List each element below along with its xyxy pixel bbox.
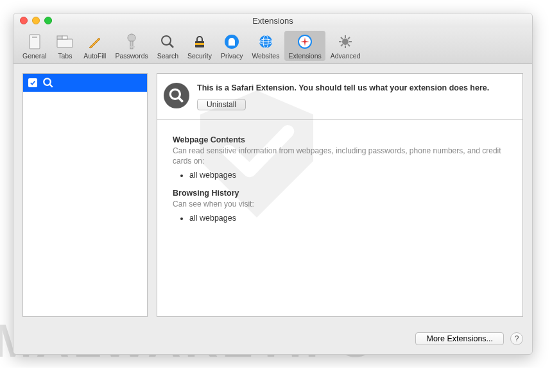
tab-websites[interactable]: Websites	[248, 31, 283, 61]
svg-line-26	[341, 37, 343, 39]
general-icon	[26, 33, 44, 51]
extension-large-icon	[164, 83, 189, 108]
tab-label: AutoFill	[83, 52, 106, 60]
tab-label: Security	[187, 52, 212, 60]
autofill-icon	[86, 33, 104, 51]
tab-label: Advanced	[331, 52, 361, 60]
websites-icon	[257, 33, 275, 51]
help-button[interactable]: ?	[510, 332, 523, 345]
detail-header: This is a Safari Extension. You should t…	[157, 74, 522, 120]
magnifier-icon	[42, 77, 54, 89]
tab-privacy[interactable]: Privacy	[217, 31, 246, 61]
extension-description: This is a Safari Extension. You should t…	[197, 83, 512, 94]
extension-enable-checkbox[interactable]	[28, 78, 37, 87]
svg-rect-4	[57, 36, 62, 39]
advanced-icon	[336, 33, 354, 51]
footer-bar: More Extensions... ?	[13, 326, 532, 354]
passwords-icon	[123, 33, 141, 51]
tab-label: Tabs	[58, 52, 72, 60]
tab-tabs[interactable]: Tabs	[51, 31, 78, 61]
permissions-section: Webpage Contents Can read sensitive info…	[157, 120, 522, 244]
privacy-icon	[223, 33, 241, 51]
svg-line-28	[341, 44, 343, 46]
window-title: Extensions	[13, 16, 532, 26]
svg-point-6	[128, 34, 135, 42]
titlebar: Extensions	[13, 13, 532, 28]
perm-webpage-contents-title: Webpage Contents	[173, 135, 510, 144]
preferences-window: Extensions General Tabs AutoFill Passwor…	[13, 13, 533, 355]
preferences-toolbar: General Tabs AutoFill Passwords Search	[13, 28, 532, 64]
tab-label: Passwords	[115, 52, 148, 60]
tab-general[interactable]: General	[19, 31, 50, 61]
perm-item: all webpages	[189, 214, 510, 223]
svg-point-9	[162, 36, 171, 45]
sidebar-extension-item[interactable]	[23, 74, 147, 92]
tab-label: Websites	[252, 52, 279, 60]
svg-line-33	[178, 98, 183, 102]
perm-webpage-contents-desc: Can read sensitive information from webp…	[173, 146, 510, 166]
content-area: This is a Safari Extension. You should t…	[13, 64, 532, 326]
extensions-icon	[296, 33, 314, 51]
tab-extensions[interactable]: Extensions	[284, 31, 325, 61]
svg-rect-5	[62, 36, 67, 39]
uninstall-button[interactable]: Uninstall	[197, 99, 246, 110]
svg-rect-2	[32, 37, 37, 38]
extensions-sidebar	[22, 73, 148, 317]
svg-rect-7	[130, 41, 133, 49]
svg-line-29	[348, 37, 350, 39]
tab-autofill[interactable]: AutoFill	[80, 31, 110, 61]
tab-label: General	[22, 52, 46, 60]
perm-browsing-history-title: Browsing History	[173, 189, 510, 198]
search-icon	[159, 33, 177, 51]
svg-line-27	[348, 44, 350, 46]
tab-label: Extensions	[288, 52, 321, 60]
tab-label: Privacy	[221, 52, 243, 60]
svg-rect-8	[130, 46, 135, 47]
svg-point-21	[342, 38, 349, 45]
svg-rect-12	[195, 43, 204, 45]
tab-search[interactable]: Search	[153, 31, 182, 61]
tab-security[interactable]: Security	[184, 31, 216, 61]
svg-line-31	[49, 84, 53, 87]
tab-label: Search	[157, 52, 178, 60]
tabs-icon	[56, 33, 74, 51]
extension-detail-panel: This is a Safari Extension. You should t…	[157, 73, 523, 317]
security-icon	[191, 33, 209, 51]
more-extensions-button[interactable]: More Extensions...	[415, 332, 504, 345]
svg-line-10	[169, 44, 173, 47]
svg-point-32	[170, 89, 180, 99]
svg-rect-3	[57, 39, 73, 47]
perm-browsing-history-desc: Can see when you visit:	[173, 199, 510, 209]
tab-advanced[interactable]: Advanced	[327, 31, 365, 61]
svg-point-30	[44, 78, 51, 85]
perm-item: all webpages	[189, 171, 510, 180]
tab-passwords[interactable]: Passwords	[111, 31, 151, 61]
